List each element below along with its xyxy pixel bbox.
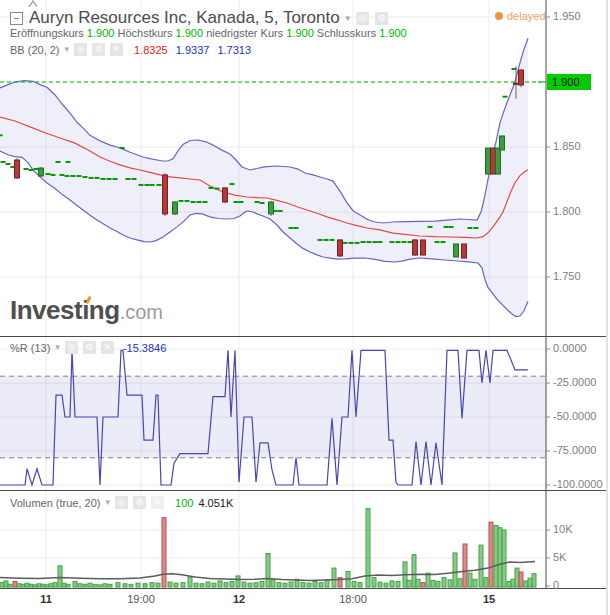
time-tick-label: 19:00 (127, 593, 155, 605)
time-tick-label: 18:00 (339, 593, 367, 605)
delayed-label: delayed (507, 10, 546, 22)
bb-value: 1.8325 (134, 44, 168, 56)
price-tick-label: 1.950 (553, 10, 581, 22)
price-tick-label: 1.800 (553, 205, 581, 217)
wr-label: %R (13) (10, 342, 50, 354)
bb-indicator-row: BB (20, 2) ▾ ◎ ⚙ ✕ 1.83251.93371.7313 (10, 43, 251, 56)
vol-tick-label: 10K (553, 523, 573, 535)
visibility-icon[interactable]: ◎ (74, 43, 87, 56)
delayed-dot-icon (495, 12, 503, 20)
wr-indicator-row: %R (13) ▾ ◎ ⚙ ✕ -15.3846 (10, 341, 166, 354)
wr-tick-label: -50.0000 (553, 410, 596, 422)
ohlc-item: niedrigster Kurs 1.900 (203, 27, 314, 39)
time-tick-label: 11 (40, 593, 52, 605)
partial-toolbar-icon[interactable] (27, 0, 39, 7)
chevron-down-icon[interactable]: ▾ (65, 45, 70, 54)
gear-icon[interactable]: ⚙ (375, 12, 388, 25)
visibility-icon[interactable]: ◎ (65, 341, 78, 354)
volume-value: 4.051K (198, 497, 233, 509)
close-icon[interactable]: ✕ (101, 341, 114, 354)
bb-values: 1.83251.93371.7313 (134, 44, 251, 56)
ohlc-item: Eröffnungskurs 1.900 (10, 27, 114, 39)
instrument-title: Auryn Resources Inc, Kanada, 5, Toronto (29, 8, 340, 28)
investing-logo: Investing.com (10, 295, 163, 326)
chevron-down-icon[interactable]: ▾ (55, 343, 60, 352)
chevron-down-icon[interactable]: ▾ (106, 498, 111, 507)
chart-app: Auryn Resources Inc, Kanada, 5, Toronto … (0, 0, 610, 615)
volume-label: Volumen (true, 20) (10, 497, 101, 509)
logo-text: Investing (10, 295, 120, 325)
wr-tick-label: -25.0000 (553, 376, 596, 388)
close-icon[interactable]: ✕ (151, 496, 164, 509)
volume-indicator-row: Volumen (true, 20) ▾ ◎ ⚙ ✕ 100 4.051K (10, 496, 233, 509)
vol-tick-label: 5K (553, 551, 566, 563)
price-tick-label: 1.850 (553, 140, 581, 152)
ohlc-row: Eröffnungskurs 1.900 Höchstkurs 1.900 ni… (10, 27, 407, 39)
gear-icon[interactable]: ⚙ (92, 43, 105, 56)
bb-value: 1.9337 (176, 44, 210, 56)
collapse-icon[interactable] (10, 12, 23, 25)
chevron-down-icon[interactable]: ▾ (346, 14, 351, 23)
visibility-icon[interactable]: ◎ (115, 496, 128, 509)
time-tick-label: 12 (233, 593, 245, 605)
price-tick-label: 1.750 (553, 270, 581, 282)
time-tick-label: 15 (483, 593, 495, 605)
current-price-label: 1.900 (547, 74, 591, 90)
bb-value: 1.7313 (217, 44, 251, 56)
ohlc-item: Höchstkurs 1.900 (114, 27, 203, 39)
volume-value-green: 100 (175, 497, 193, 509)
wr-tick-label: -75.0000 (553, 444, 596, 456)
wr-tick-label: -100.0000 (553, 478, 603, 490)
gear-icon[interactable]: ⚙ (83, 341, 96, 354)
close-icon[interactable]: ✕ (110, 43, 123, 56)
bb-label: BB (20, 2) (10, 44, 60, 56)
wr-value: -15.3846 (123, 342, 166, 354)
ohlc-item: Schlusskurs 1.900 (314, 27, 407, 39)
gear-icon[interactable]: ⚙ (133, 496, 146, 509)
vol-tick-label: 0 (553, 579, 559, 591)
indicator-settings-icon[interactable]: ◎ (356, 12, 369, 25)
logo-suffix: .com (120, 301, 163, 323)
wr-tick-label: 0.0000 (553, 342, 587, 354)
chart-header: Auryn Resources Inc, Kanada, 5, Toronto … (10, 7, 388, 29)
delayed-badge: delayed (495, 10, 546, 22)
